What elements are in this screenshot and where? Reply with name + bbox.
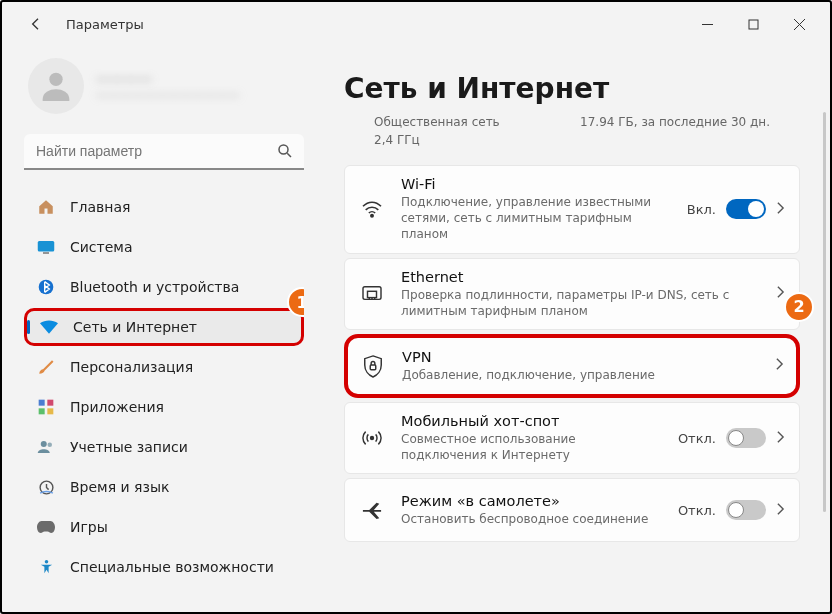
account-block[interactable]: ———— ————————————	[24, 52, 304, 128]
ethernet-icon	[359, 285, 385, 303]
sidebar-item-accessibility[interactable]: Специальные возможности	[24, 548, 304, 586]
airplane-icon	[359, 500, 385, 520]
accounts-icon	[36, 438, 56, 456]
account-name: ————	[96, 70, 240, 86]
chevron-right-icon	[775, 357, 784, 374]
annotation-badge-1: 1	[287, 287, 304, 317]
sidebar-item-gaming[interactable]: Игры	[24, 508, 304, 546]
status-band: 2,4 ГГц	[374, 131, 770, 149]
minimize-button[interactable]	[684, 6, 730, 42]
scrollbar[interactable]	[823, 112, 826, 512]
sidebar-item-system[interactable]: Система	[24, 228, 304, 266]
gamepad-icon	[36, 520, 56, 534]
chevron-right-icon	[776, 502, 785, 519]
search-box[interactable]	[24, 134, 304, 170]
svg-rect-7	[47, 400, 53, 406]
wifi-toggle[interactable]	[726, 199, 766, 219]
svg-point-18	[371, 437, 374, 440]
svg-point-11	[48, 443, 53, 448]
sidebar-item-label: Игры	[70, 519, 108, 535]
card-title: Ethernet	[401, 269, 760, 285]
window-title: Параметры	[66, 17, 144, 32]
status-data-usage: 17.94 ГБ, за последние 30 дн.	[580, 113, 770, 131]
hotspot-state-label: Откл.	[678, 431, 716, 446]
svg-rect-3	[38, 241, 55, 252]
sidebar-item-network[interactable]: Сеть и Интернет 1	[24, 308, 304, 346]
search-input[interactable]	[24, 134, 304, 170]
airplane-toggle[interactable]	[726, 500, 766, 520]
accessibility-icon	[36, 559, 56, 576]
svg-point-10	[41, 441, 47, 447]
svg-point-1	[49, 73, 62, 86]
chevron-right-icon	[776, 201, 785, 218]
svg-rect-9	[47, 408, 53, 414]
maximize-button[interactable]	[730, 6, 776, 42]
card-subtitle: Подключение, управление известными сетям…	[401, 194, 671, 243]
cards-list: Wi-Fi Подключение, управление известными…	[344, 165, 800, 542]
sidebar-item-label: Специальные возможности	[70, 559, 274, 575]
sidebar-item-label: Система	[70, 239, 132, 255]
main-panel: Сеть и Интернет Общественная сеть 17.94 …	[320, 46, 830, 612]
svg-rect-4	[43, 252, 49, 254]
titlebar: Параметры	[2, 2, 830, 46]
card-subtitle: Проверка подлинности, параметры IP-и DNS…	[401, 287, 760, 319]
sidebar-item-personalization[interactable]: Персонализация	[24, 348, 304, 386]
svg-rect-17	[370, 365, 376, 370]
chevron-right-icon	[776, 285, 785, 302]
svg-rect-0	[749, 20, 758, 29]
card-subtitle: Остановить беспроводное соединение	[401, 511, 662, 527]
shield-lock-icon	[360, 354, 386, 378]
network-icon	[39, 320, 59, 334]
back-button[interactable]	[20, 8, 52, 40]
card-title: VPN	[402, 349, 759, 365]
svg-rect-8	[39, 408, 45, 414]
card-title: Wi-Fi	[401, 176, 671, 192]
sidebar-item-time[interactable]: Время и язык	[24, 468, 304, 506]
card-subtitle: Добавление, подключение, управление	[402, 367, 759, 383]
card-title: Режим «в самолете»	[401, 493, 662, 509]
sidebar: ———— ———————————— Главная Система	[2, 46, 320, 612]
card-airplane[interactable]: Режим «в самолете» Остановить беспроводн…	[344, 478, 800, 542]
status-network-type: Общественная сеть	[374, 113, 500, 131]
settings-window: Параметры ———— ————————————	[0, 0, 832, 614]
sidebar-item-accounts[interactable]: Учетные записи	[24, 428, 304, 466]
window-controls	[684, 6, 822, 42]
apps-icon	[36, 399, 56, 415]
sidebar-item-label: Сеть и Интернет	[73, 319, 197, 335]
sidebar-item-label: Приложения	[70, 399, 164, 415]
card-ethernet[interactable]: Ethernet Проверка подлинности, параметры…	[344, 258, 800, 330]
close-button[interactable]	[776, 6, 822, 42]
sidebar-item-apps[interactable]: Приложения	[24, 388, 304, 426]
brush-icon	[36, 358, 56, 376]
card-title: Мобильный хот-спот	[401, 413, 662, 429]
system-icon	[36, 240, 56, 254]
clock-icon	[36, 479, 56, 496]
annotation-badge-2: 2	[784, 292, 814, 322]
card-vpn[interactable]: VPN Добавление, подключение, управление …	[344, 334, 800, 398]
nav-list: Главная Система Bluetooth и устройства С…	[24, 188, 304, 586]
bluetooth-icon	[36, 279, 56, 295]
sidebar-item-label: Учетные записи	[70, 439, 188, 455]
sidebar-item-label: Персонализация	[70, 359, 193, 375]
avatar	[28, 58, 84, 114]
card-wifi[interactable]: Wi-Fi Подключение, управление известными…	[344, 165, 800, 254]
chevron-right-icon	[776, 430, 785, 447]
sidebar-item-label: Главная	[70, 199, 130, 215]
network-status: Общественная сеть 17.94 ГБ, за последние…	[344, 113, 800, 165]
account-email: ————————————	[96, 88, 240, 102]
card-subtitle: Совместное использование подключения к И…	[401, 431, 662, 463]
hotspot-icon	[359, 428, 385, 448]
svg-rect-16	[368, 291, 377, 297]
page-title: Сеть и Интернет	[344, 72, 800, 105]
svg-point-13	[44, 560, 48, 564]
card-hotspot[interactable]: Мобильный хот-спот Совместное использова…	[344, 402, 800, 474]
sidebar-item-label: Время и язык	[70, 479, 169, 495]
hotspot-toggle[interactable]	[726, 428, 766, 448]
wifi-state-label: Вкл.	[687, 202, 716, 217]
sidebar-item-home[interactable]: Главная	[24, 188, 304, 226]
account-text: ———— ————————————	[96, 70, 240, 102]
sidebar-item-bluetooth[interactable]: Bluetooth и устройства	[24, 268, 304, 306]
sidebar-item-label: Bluetooth и устройства	[70, 279, 239, 295]
svg-rect-6	[39, 400, 45, 406]
wifi-icon	[359, 200, 385, 218]
